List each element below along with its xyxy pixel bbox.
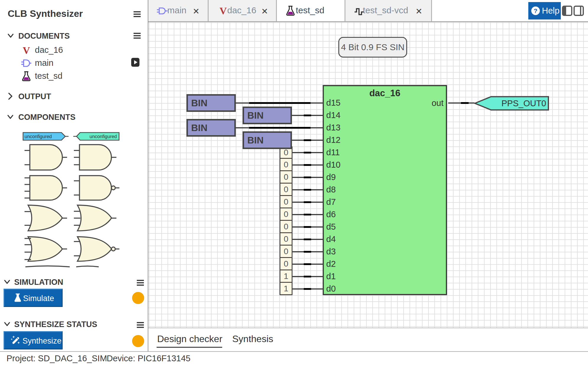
svg-text:unconfigured: unconfigured bbox=[90, 134, 117, 139]
svg-text:PPS_OUT0: PPS_OUT0 bbox=[501, 99, 546, 108]
svg-text:unconfigured: unconfigured bbox=[25, 134, 52, 139]
